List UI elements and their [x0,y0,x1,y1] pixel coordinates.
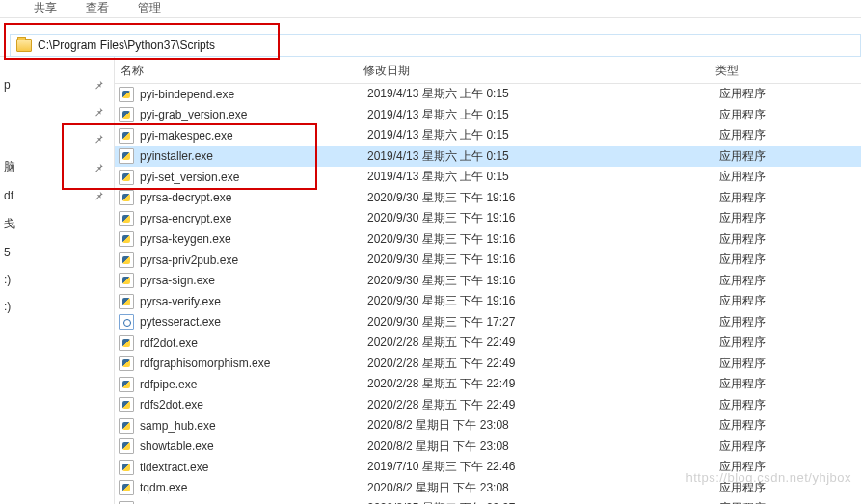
file-name: samp_hub.exe [140,419,367,433]
file-row[interactable]: pyrsa-keygen.exe2020/9/30 星期三 下午 19:16应用… [115,229,861,251]
file-row[interactable]: pytesseract.exe2020/9/30 星期三 下午 17:27应用程… [115,312,861,333]
pin-icon [94,105,104,119]
file-row[interactable]: rdfpipe.exe2020/2/28 星期五 下午 22:49应用程序 [115,374,861,395]
sidebar-item[interactable]: 5 [0,239,114,266]
file-type: 应用程序 [719,397,861,413]
file-row[interactable]: pyrsa-priv2pub.exe2020/9/30 星期三 下午 19:16… [115,250,861,271]
file-modified-date: 2020/9/30 星期三 下午 19:16 [367,293,719,309]
file-row[interactable]: pyrsa-sign.exe2020/9/30 星期三 下午 19:16应用程序 [115,271,861,292]
sidebar-item-label: 戋 [0,216,85,232]
file-name: pyi-makespec.exe [140,129,367,143]
file-type: 应用程序 [719,127,861,144]
file-row[interactable]: pyrsa-verify.exe2020/9/30 星期三 下午 19:16应用… [115,291,861,312]
file-name: pyrsa-encrypt.exe [140,212,367,225]
python-exe-icon [119,211,134,226]
pin-icon [94,78,104,92]
pin-icon [94,273,104,286]
file-row[interactable]: showtable.exe2020/8/2 星期日 下午 23:08应用程序 [115,437,861,458]
file-name: pyrsa-verify.exe [140,295,367,308]
file-type: 应用程序 [719,500,861,504]
tab-share[interactable]: 共享 [34,0,57,16]
file-row[interactable]: tldextract.exe2019/7/10 星期三 下午 22:46应用程序 [115,457,861,478]
sidebar-item[interactable] [0,98,114,125]
column-header-modified[interactable]: 修改日期 [363,63,715,79]
file-modified-date: 2020/9/30 星期三 下午 17:27 [367,314,719,331]
file-row[interactable]: pyi-set_version.exe2019/4/13 星期六 上午 0:15… [115,167,861,188]
ribbon-tabs: 共享 查看 管理 [0,0,861,17]
sidebar: p脑df戋5:):) [0,57,115,504]
pin-icon [94,189,104,202]
file-modified-date: 2020/8/2 星期日 下午 23:08 [367,438,719,455]
file-name: pyi-grab_version.exe [140,108,367,121]
file-type: 应用程序 [719,107,861,123]
file-row[interactable]: virtualenv.exe2020/8/25 星期二 下午 22:07应用程序 [115,498,861,504]
main-area: p脑df戋5:):) 名称 修改日期 类型 pyi-bindepend.exe2… [0,56,861,504]
file-modified-date: 2020/9/30 星期三 下午 19:16 [367,273,719,289]
sidebar-item[interactable]: p [0,71,114,98]
file-row[interactable]: rdfgraphisomorphism.exe2020/2/28 星期五 下午 … [115,354,861,375]
file-type: 应用程序 [719,293,861,309]
file-type: 应用程序 [719,169,861,185]
pin-icon [94,218,104,231]
file-row[interactable]: samp_hub.exe2020/8/2 星期日 下午 23:08应用程序 [115,415,861,437]
python-exe-icon [119,107,134,122]
sidebar-item-label: p [0,78,85,92]
file-row[interactable]: pyrsa-decrypt.exe2020/9/30 星期三 下午 19:16应… [115,188,861,209]
column-header-name[interactable]: 名称 [115,63,363,79]
pin-icon [94,246,104,259]
file-row[interactable]: tqdm.exe2020/8/2 星期日 下午 23:08应用程序 [115,478,861,499]
file-modified-date: 2019/4/13 星期六 上午 0:15 [367,148,719,165]
config-exe-icon [119,314,134,330]
file-modified-date: 2019/4/13 星期六 上午 0:15 [367,86,719,102]
file-rows: pyi-bindepend.exe2019/4/13 星期六 上午 0:15应用… [115,84,861,504]
file-modified-date: 2019/7/10 星期三 下午 22:46 [367,459,719,475]
file-row[interactable]: pyi-bindepend.exe2019/4/13 星期六 上午 0:15应用… [115,84,861,105]
python-exe-icon [119,273,134,288]
python-exe-icon [119,87,134,102]
column-headers: 名称 修改日期 类型 [115,57,861,84]
file-name: pyi-bindepend.exe [140,88,367,101]
file-name: rdfs2dot.exe [140,398,367,411]
file-modified-date: 2019/4/13 星期六 上午 0:15 [367,127,719,144]
file-name: rdfgraphisomorphism.exe [140,357,367,370]
file-row[interactable]: rdfs2dot.exe2020/2/28 星期五 下午 22:49应用程序 [115,395,861,416]
sidebar-item-label: 5 [0,246,85,259]
sidebar-item[interactable]: :) [0,266,114,293]
file-modified-date: 2020/2/28 星期五 下午 22:49 [367,356,719,372]
file-modified-date: 2020/8/2 星期日 下午 23:08 [367,417,719,434]
tab-manage[interactable]: 管理 [138,0,161,16]
file-modified-date: 2019/4/13 星期六 上午 0:15 [367,169,719,185]
file-modified-date: 2019/4/13 星期六 上午 0:15 [367,107,719,123]
file-modified-date: 2020/9/30 星期三 下午 19:16 [367,210,719,226]
file-modified-date: 2020/9/30 星期三 下午 19:16 [367,252,719,268]
address-bar[interactable]: C:\Program Files\Python37\Scripts [10,34,861,57]
file-list-panel: 名称 修改日期 类型 pyi-bindepend.exe2019/4/13 星期… [115,57,861,504]
pin-icon [94,132,104,146]
sidebar-item[interactable]: :) [0,293,114,320]
file-type: 应用程序 [719,252,861,268]
file-type: 应用程序 [719,148,861,165]
folder-icon [16,39,32,52]
sidebar-item-label: :) [0,273,85,286]
file-row[interactable]: pyrsa-encrypt.exe2020/9/30 星期三 下午 19:16应… [115,208,861,229]
file-row[interactable]: pyi-makespec.exe2019/4/13 星期六 上午 0:15应用程… [115,125,861,146]
column-header-type[interactable]: 类型 [715,63,861,79]
sidebar-item[interactable]: 脑 [0,152,114,182]
file-name: pyrsa-sign.exe [140,274,367,287]
file-modified-date: 2020/2/28 星期五 下午 22:49 [367,397,719,413]
file-type: 应用程序 [719,417,861,434]
sidebar-item-label: 脑 [0,159,85,175]
sidebar-item[interactable]: df [0,182,114,209]
sidebar-item[interactable]: 戋 [0,209,114,239]
file-row[interactable]: pyinstaller.exe2019/4/13 星期六 上午 0:15应用程序 [115,146,861,168]
file-name: pytesseract.exe [140,315,367,329]
file-type: 应用程序 [719,210,861,226]
file-type: 应用程序 [719,459,861,475]
file-name: pyi-set_version.exe [140,171,367,184]
python-exe-icon [119,294,134,309]
sidebar-item[interactable] [0,125,114,152]
tab-view[interactable]: 查看 [86,0,109,16]
file-type: 应用程序 [719,86,861,102]
file-row[interactable]: rdf2dot.exe2020/2/28 星期五 下午 22:49应用程序 [115,332,861,354]
file-row[interactable]: pyi-grab_version.exe2019/4/13 星期六 上午 0:1… [115,105,861,126]
